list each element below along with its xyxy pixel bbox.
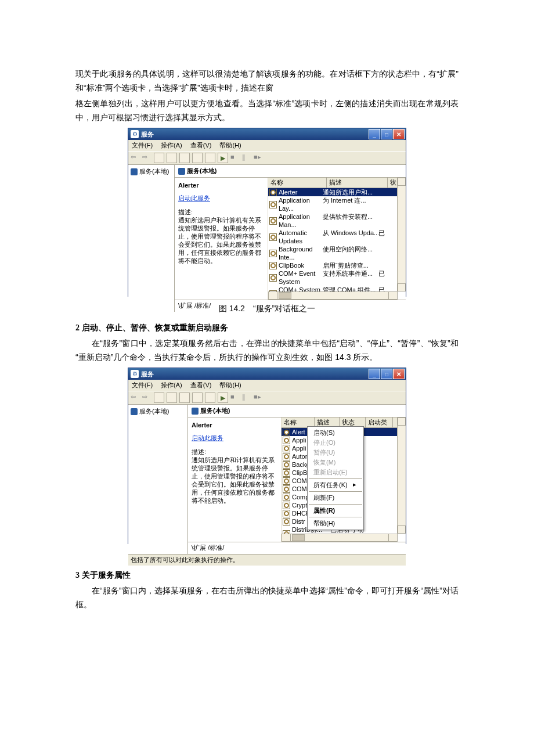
heading-2: 2 启动、停止、暂停、恢复或重新启动服务 bbox=[75, 323, 459, 333]
menu-help[interactable]: 帮助(H) bbox=[219, 381, 241, 390]
toolbar-restart-button[interactable]: ■▸ bbox=[254, 153, 263, 163]
menu-file[interactable]: 文件(F) bbox=[132, 381, 153, 390]
service-row[interactable]: COM+ Event System支持系统事件通...已 bbox=[268, 269, 406, 286]
gear-icon bbox=[283, 485, 290, 493]
toolbar-stop-button[interactable]: ■ bbox=[230, 153, 240, 163]
nav-back-button[interactable]: ⇦ bbox=[131, 393, 140, 402]
service-row[interactable]: Automatic Updates从 Windows Upda...已 bbox=[268, 229, 406, 245]
hscrollbar[interactable] bbox=[268, 291, 398, 300]
toolbar-play-button[interactable]: ▶ bbox=[218, 393, 228, 403]
view-tabs[interactable]: \扩展 /标准/ bbox=[188, 542, 406, 554]
scroll-right-button[interactable] bbox=[388, 291, 398, 300]
maximize-button[interactable]: □ bbox=[381, 369, 392, 379]
context-menu-item[interactable]: 属性(R) bbox=[308, 506, 363, 516]
gear-icon bbox=[283, 437, 290, 444]
toolbar-btn-5[interactable] bbox=[205, 153, 215, 163]
panel-header-icon bbox=[192, 408, 199, 415]
nav-fwd-button[interactable]: ⇨ bbox=[142, 393, 151, 402]
description-heading: 描述: bbox=[192, 448, 277, 456]
minimize-button[interactable]: _ bbox=[369, 369, 380, 379]
gear-icon bbox=[269, 274, 277, 282]
toolbar-pause-button[interactable]: ‖ bbox=[242, 393, 251, 402]
panel-header-text: 服务(本地) bbox=[187, 167, 217, 174]
toolbar-btn-2[interactable] bbox=[167, 393, 177, 403]
scroll-down-button[interactable] bbox=[398, 283, 406, 291]
scroll-thumb[interactable] bbox=[292, 534, 305, 541]
toolbar-btn-2[interactable] bbox=[167, 153, 177, 163]
service-row[interactable]: Application Lay...为 Internet 连... bbox=[268, 196, 406, 213]
gear-icon bbox=[269, 250, 277, 257]
service-row[interactable]: Background Inte...使用空闲的网络... bbox=[268, 245, 406, 261]
services-window-2: ⚙ 服务 _ □ ✕ 文件(F) 操作(A) 查看(V) 帮助(H) ⇦ ⇨ ▶… bbox=[128, 368, 406, 544]
toolbar-btn-1[interactable] bbox=[154, 153, 164, 163]
context-menu: 启动(S)停止(O)暂停(U)恢复(M)重新启动(E)所有任务(K)▸刷新(F)… bbox=[307, 426, 364, 530]
toolbar-stop-button[interactable]: ■ bbox=[230, 393, 240, 402]
maximize-button[interactable]: □ bbox=[381, 129, 392, 139]
nav-back-button[interactable]: ⇦ bbox=[131, 153, 140, 163]
service-row[interactable]: ClipBook启用“剪贴簿查... bbox=[268, 261, 406, 269]
context-menu-item: 暂停(U) bbox=[308, 448, 363, 458]
tree-pane: 服务(本地) bbox=[128, 165, 175, 312]
titlebar[interactable]: ⚙ 服务 _ □ ✕ bbox=[128, 128, 406, 140]
gear-icon bbox=[283, 453, 290, 460]
col-name[interactable]: 名称 bbox=[268, 178, 327, 188]
titlebar[interactable]: ⚙ 服务 _ □ ✕ bbox=[128, 368, 406, 380]
scroll-left-button[interactable] bbox=[282, 534, 291, 542]
menu-action[interactable]: 操作(A) bbox=[161, 141, 182, 150]
toolbar-play-button[interactable]: ▶ bbox=[218, 153, 228, 163]
gear-icon bbox=[269, 189, 277, 196]
menu-view[interactable]: 查看(V) bbox=[190, 381, 212, 390]
menu-view[interactable]: 查看(V) bbox=[190, 141, 212, 150]
detail-pane: Alerter 启动此服务 描述: 通知所选用户和计算机有关系统管理级警报。如果… bbox=[188, 417, 281, 542]
scroll-down-button[interactable] bbox=[398, 525, 406, 534]
toolbar-btn-3[interactable] bbox=[179, 393, 190, 403]
menu-file[interactable]: 文件(F) bbox=[132, 141, 153, 150]
col-startup[interactable]: 启动类 bbox=[366, 417, 393, 427]
scroll-left-button[interactable] bbox=[268, 291, 277, 300]
context-menu-item[interactable]: 所有任务(K)▸ bbox=[308, 480, 363, 490]
toolbar-btn-5[interactable] bbox=[205, 393, 215, 403]
context-menu-item[interactable]: 帮助(H) bbox=[308, 519, 363, 528]
hscrollbar[interactable] bbox=[282, 534, 398, 542]
toolbar: ⇦ ⇨ ▶ ■ ‖ ■▸ bbox=[128, 151, 406, 165]
toolbar-pause-button[interactable]: ‖ bbox=[242, 153, 251, 163]
toolbar-restart-button[interactable]: ■▸ bbox=[254, 393, 263, 402]
tree-item-services-local[interactable]: 服务(本地) bbox=[139, 408, 169, 415]
tree-item-services-local[interactable]: 服务(本地) bbox=[139, 168, 169, 175]
minimize-button[interactable]: _ bbox=[369, 129, 380, 139]
menu-help[interactable]: 帮助(H) bbox=[219, 141, 241, 150]
scroll-right-button[interactable] bbox=[388, 534, 398, 542]
tree-icon bbox=[131, 168, 138, 175]
service-row[interactable]: Application Man...提供软件安装程... bbox=[268, 213, 406, 229]
scroll-up-button[interactable] bbox=[398, 417, 406, 426]
start-service-link[interactable]: 启动此服务 bbox=[192, 434, 223, 441]
status-bar: 包括了所有可以对此对象执行的操作。 bbox=[128, 554, 406, 566]
scroll-thumb[interactable] bbox=[279, 292, 291, 299]
menu-action[interactable]: 操作(A) bbox=[161, 381, 182, 390]
toolbar-btn-3[interactable] bbox=[179, 153, 190, 163]
app-icon: ⚙ bbox=[131, 370, 139, 378]
vscrollbar[interactable] bbox=[397, 417, 406, 534]
col-desc[interactable]: 描述 bbox=[327, 178, 388, 188]
service-row[interactable]: Alerter通知所选用户和... bbox=[268, 188, 406, 196]
toolbar-btn-4[interactable] bbox=[192, 393, 203, 403]
context-menu-item: 重新启动(E) bbox=[308, 467, 363, 477]
gear-icon bbox=[283, 477, 290, 485]
toolbar-btn-1[interactable] bbox=[154, 393, 164, 403]
close-button[interactable]: ✕ bbox=[393, 129, 405, 139]
tree-pane: 服务(本地) bbox=[128, 405, 188, 554]
nav-fwd-button[interactable]: ⇨ bbox=[142, 153, 151, 163]
start-service-link[interactable]: 启动此服务 bbox=[178, 195, 210, 201]
window-title: 服务 bbox=[141, 130, 366, 139]
section-2-paragraph: 在“服务”窗口中，选定某项服务然后右击，在弹出的快捷菜单中包括“启动”、“停止”… bbox=[75, 336, 459, 364]
window-title: 服务 bbox=[141, 370, 366, 379]
context-menu-item[interactable]: 启动(S) bbox=[308, 428, 363, 438]
panel-header-text: 服务(本地) bbox=[200, 407, 230, 414]
scroll-up-button[interactable] bbox=[398, 178, 406, 186]
context-menu-item[interactable]: 刷新(F) bbox=[308, 493, 363, 503]
close-button[interactable]: ✕ bbox=[393, 369, 405, 379]
description-text: 通知所选用户和计算机有关系统管理级警报。如果服务停止，使用管理警报的程序将不会受… bbox=[192, 456, 277, 505]
vscrollbar[interactable] bbox=[397, 178, 406, 291]
menu-separator bbox=[309, 491, 362, 492]
toolbar-btn-4[interactable] bbox=[192, 153, 203, 163]
